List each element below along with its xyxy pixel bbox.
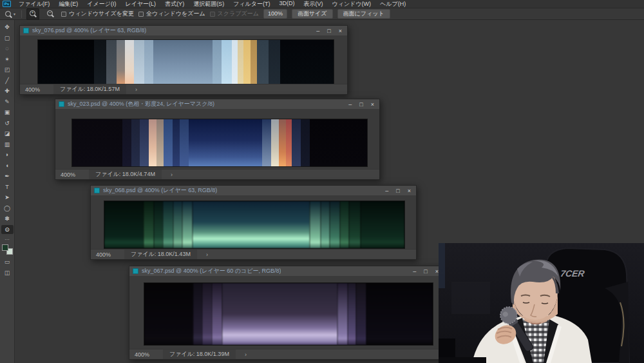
menu-item[interactable]: 選択範囲(S) [189,0,229,8]
close-button[interactable]: × [408,186,411,196]
menu-items: ファイル(F)編集(E)イメージ(I)レイヤー(L)書式(Y)選択範囲(S)フィ… [14,0,410,8]
image-stripe [122,119,131,166]
healing-brush-tool-icon[interactable]: ✚ [1,86,14,95]
window-title: sky_076.psd @ 400% (レイヤー 63, RGB/8) [32,26,146,35]
menu-item[interactable]: 書式(Y) [160,0,189,8]
move-tool-icon[interactable]: ✥ [1,23,14,32]
hand-tool-icon[interactable]: ✽ [1,214,14,223]
image-stripe [366,283,433,345]
checkbox-icon [210,12,215,17]
menu-item[interactable]: 表示(V) [299,0,327,8]
minimize-button[interactable]: – [316,26,319,36]
image-stripe [193,283,202,345]
window-title: sky_067.psd @ 400% (レイヤー 60 のコピー, RGB/8) [142,267,281,275]
zoom-all-windows-checkbox[interactable]: 全ウィンドウをズーム [138,10,205,18]
menu-item[interactable]: ウィンドウ(W) [327,0,375,8]
photoshop-app-window: Ps ファイル(F)編集(E)イメージ(I)レイヤー(L)書式(Y)選択範囲(S… [0,0,644,363]
image-stripe [238,40,243,84]
image-stripe [149,119,156,166]
image-stripe [337,283,348,345]
status-zoom-field[interactable]: 400% [91,251,124,258]
eraser-tool-icon[interactable]: ◪ [1,129,14,138]
tool-preset-picker[interactable]: ▾ [3,10,17,19]
zoom-in-mode-button[interactable]: + [26,8,39,20]
dodge-tool-icon[interactable]: ◖ [1,161,14,170]
menu-item[interactable]: フィルター(T) [229,0,274,8]
clone-stamp-tool-icon[interactable]: ▣ [1,108,14,117]
status-options-chevron[interactable]: › [206,251,208,258]
fit-screen-button[interactable]: 画面にフィット [337,9,390,19]
resize-windows-checkbox[interactable]: ウィンドウサイズを変更 [61,10,134,18]
image-stripe [144,201,154,248]
psd-file-icon [94,188,100,193]
image-stripe [269,40,280,84]
path-select-tool-icon[interactable]: ➤ [1,193,14,202]
status-options-chevron[interactable]: › [245,351,247,358]
lasso-tool-icon[interactable]: ◌ [1,44,14,53]
actual-pixels-button[interactable]: 画面サイズ [292,9,333,19]
tool-palette: ✥▢◌✶◰╱✚✎▣↺◪▥◗◖✒T➤◯✽⊙ … ▭ ◫ [0,20,15,363]
image-stripe [72,119,122,166]
image-stripe [202,283,213,345]
crop-tool-icon[interactable]: ◰ [1,65,14,74]
image-stripe [361,201,404,248]
document-canvas[interactable] [71,119,368,167]
zoom-in-icon: + [29,10,37,17]
window-titlebar[interactable]: sky_068.psd @ 400% (レイヤー 63, RGB/8) – □ … [91,186,416,196]
close-button[interactable]: × [339,26,342,36]
maximize-button[interactable]: □ [359,99,363,110]
history-brush-tool-icon[interactable]: ↺ [1,119,14,128]
eyedropper-tool-icon[interactable]: ╱ [1,76,14,85]
status-zoom-field[interactable]: 400% [55,172,89,178]
minimize-button[interactable]: – [385,186,388,196]
gradient-tool-icon[interactable]: ▥ [1,140,14,149]
magic-wand-tool-icon[interactable]: ✶ [1,55,14,64]
close-button[interactable]: × [371,99,374,110]
menu-item[interactable]: 編集(E) [54,0,82,8]
screen-mode-icon[interactable]: ◫ [1,268,14,277]
maximize-button[interactable]: □ [396,186,399,196]
zoom-tool-icon[interactable]: ⊙ [1,225,14,234]
color-swatches [2,244,13,255]
status-options-chevron[interactable]: › [135,86,137,93]
marquee-tool-icon[interactable]: ▢ [1,34,14,43]
image-stripe [271,119,278,166]
window-titlebar[interactable]: sky_076.psd @ 400% (レイヤー 63, RGB/8) – □ … [20,26,347,36]
document-canvas[interactable] [104,201,405,249]
blur-tool-icon[interactable]: ◗ [1,150,14,159]
type-tool-icon[interactable]: T [1,182,14,191]
menu-item[interactable]: ヘルプ(H) [375,0,410,8]
shape-tool-icon[interactable]: ◯ [1,204,14,213]
file-info: ファイル: 18.0K/1.57M [53,84,126,94]
options-bar: ▾ + − ウィンドウサイズを変更 全ウィンドウをズーム スクラブズーム 100… [0,8,644,20]
minimize-button[interactable]: – [348,99,352,110]
status-zoom-field[interactable]: 400% [129,351,163,358]
document-canvas[interactable] [37,39,334,84]
quick-mask-icon[interactable]: ▭ [1,257,14,266]
menu-item[interactable]: ファイル(F) [14,0,54,8]
menu-item[interactable]: レイヤー(L) [120,0,160,8]
image-stripe [310,119,367,166]
maximize-button[interactable]: □ [327,26,330,36]
menu-item[interactable]: イメージ(I) [82,0,120,8]
foreground-color-swatch[interactable] [2,244,8,251]
maximize-button[interactable]: □ [424,266,427,277]
menu-item[interactable]: 3D(D) [274,0,299,8]
image-stripe [193,201,310,248]
zoom-out-icon: − [46,10,54,17]
zoom-out-mode-button[interactable]: − [44,8,57,20]
brush-tool-icon[interactable]: ✎ [1,97,14,106]
window-titlebar[interactable]: sky_023.psd @ 400% (色相・彩度24, レイヤーマスク/8) … [55,99,379,110]
chevron-down-icon: ▾ [14,12,15,16]
status-zoom-field[interactable]: 400% [20,86,53,93]
document-canvas[interactable] [144,282,433,346]
more-tools-icon[interactable]: … [5,236,10,241]
window-titlebar[interactable]: sky_067.psd @ 400% (レイヤー 60 のコピー, RGB/8)… [129,266,444,277]
pen-tool-icon[interactable]: ✒ [1,172,14,181]
image-stripe [232,40,238,84]
document-window-sky067: sky_067.psd @ 400% (レイヤー 60 のコピー, RGB/8)… [129,266,444,360]
zoom-percent-field[interactable]: 100% [263,9,287,19]
webcam-video: 7CER [439,243,644,363]
status-options-chevron[interactable]: › [171,172,173,178]
minimize-button[interactable]: – [413,266,416,277]
